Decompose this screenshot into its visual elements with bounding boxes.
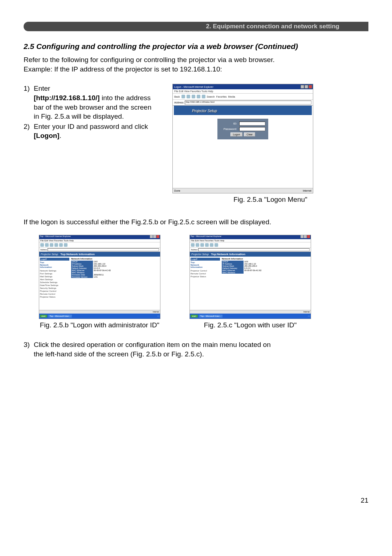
logoff-button[interactable]: Logoff bbox=[191, 258, 220, 261]
back-icon[interactable] bbox=[181, 95, 185, 98]
statusbar-b: Internet bbox=[39, 310, 160, 314]
step-2-line1: Enter your ID and password and click bbox=[34, 123, 148, 130]
step-1-lead: Enter bbox=[34, 85, 50, 92]
sidebar-item-mail-settings[interactable]: Mail Settings bbox=[40, 275, 69, 278]
figure-b-block: Top - Microsoft Internet Explorer File E… bbox=[39, 235, 160, 329]
steps-column: 1) Enter [http://192.168.1.10/] into the… bbox=[24, 84, 165, 214]
media-button[interactable]: Media bbox=[228, 95, 235, 98]
sidebar-top-info[interactable]: Top: Network Information bbox=[191, 261, 220, 269]
sidebar-top-info[interactable]: Top: Network Information bbox=[40, 261, 69, 269]
favorites-icon[interactable] bbox=[215, 243, 218, 247]
address-bar-b: Address bbox=[39, 248, 160, 252]
sidebar-item-datetime-settings[interactable]: Date/Time Settings bbox=[40, 284, 69, 286]
forward-icon[interactable] bbox=[45, 243, 49, 247]
step-1-num: 1) bbox=[24, 84, 34, 121]
refresh-icon[interactable] bbox=[200, 243, 204, 247]
logoff-button[interactable]: Logoff bbox=[40, 258, 69, 261]
banner-left-c: Projector Setup bbox=[191, 253, 209, 255]
favorites-button[interactable]: Favorites bbox=[216, 95, 227, 98]
clear-button[interactable]: Clear bbox=[244, 132, 255, 136]
toolbar-c bbox=[190, 242, 311, 248]
sidebar-item-schedule-settings[interactable]: Schedule Settings bbox=[40, 281, 69, 283]
forward-icon[interactable] bbox=[196, 243, 199, 247]
sidebar-item-projector-status[interactable]: Projector Status bbox=[40, 296, 69, 298]
password-input[interactable] bbox=[239, 127, 265, 131]
refresh-icon[interactable] bbox=[50, 243, 53, 247]
sidebar-item-alert-settings[interactable]: Alert Settings bbox=[40, 278, 69, 281]
home-icon[interactable] bbox=[205, 243, 209, 247]
close-icon[interactable] bbox=[156, 235, 159, 238]
table-row: MAC Wireless bbox=[222, 271, 310, 274]
close-icon[interactable] bbox=[309, 85, 312, 89]
chapter-bar: 2. Equipment connection and network sett… bbox=[24, 22, 368, 31]
maximize-icon[interactable] bbox=[153, 235, 156, 238]
back-button[interactable]: Back bbox=[174, 95, 180, 98]
menubar-c[interactable]: File Edit View Favorites Tools Help bbox=[190, 239, 311, 242]
banner-b: Projector Setup Top:Network Information bbox=[39, 252, 160, 257]
projector-banner: Projector Setup bbox=[174, 106, 312, 115]
search-icon[interactable] bbox=[59, 243, 63, 247]
sidebar-item-projector-control[interactable]: Projector Control bbox=[191, 270, 220, 272]
step-2-num: 2) bbox=[24, 122, 34, 140]
sidebar-item-remote-control[interactable]: Remote Control bbox=[40, 293, 69, 295]
address-input[interactable]: http://192.168.1.10/index.html bbox=[185, 101, 311, 105]
task-item[interactable]: Top - Microsoft Inter... bbox=[199, 315, 223, 318]
system-tray[interactable] bbox=[157, 316, 159, 316]
start-button[interactable]: start bbox=[40, 315, 47, 318]
step-1-line3: in Fig. 2.5.a will be displayed. bbox=[34, 113, 124, 120]
minimize-icon[interactable] bbox=[301, 235, 303, 238]
forward-icon[interactable] bbox=[187, 95, 190, 98]
favorites-icon[interactable] bbox=[64, 243, 68, 247]
sidebar-item-network-settings[interactable]: Network Settings bbox=[40, 270, 69, 272]
logon-button[interactable]: Logon bbox=[230, 132, 242, 136]
home-icon[interactable] bbox=[54, 243, 58, 247]
stop-icon[interactable] bbox=[192, 95, 195, 98]
menubar[interactable]: File Edit View Favorites Tools Help bbox=[173, 89, 313, 94]
status-left: Done bbox=[174, 189, 180, 192]
step-1-rest: into the address bbox=[100, 94, 151, 102]
step-3-line1: Click the desired operation or configura… bbox=[34, 341, 271, 348]
id-label: ID: bbox=[220, 122, 237, 125]
address-label-b: Address bbox=[40, 249, 47, 251]
maximize-icon[interactable] bbox=[304, 235, 307, 238]
search-button[interactable]: Search bbox=[207, 95, 215, 98]
taskbar-c: start Top - Microsoft Inter... bbox=[190, 314, 311, 319]
start-button[interactable]: start bbox=[191, 315, 198, 318]
maximize-icon[interactable] bbox=[305, 85, 308, 89]
address-input-c[interactable] bbox=[198, 248, 310, 251]
back-icon[interactable] bbox=[191, 243, 195, 247]
sidebar-item-port-settings[interactable]: Port Settings bbox=[40, 273, 69, 275]
logon-panel: ID: Password: Logon Clear bbox=[217, 119, 268, 139]
network-info-table-c: DHCPOFF IP Address192.168.1.10 Subnet Ma… bbox=[222, 261, 310, 274]
window-title-b: Top - Microsoft Internet Explorer bbox=[40, 235, 71, 239]
task-item[interactable]: Top - Microsoft Inter... bbox=[48, 315, 72, 318]
sidebar-item-security-settings[interactable]: Security Settings bbox=[40, 287, 69, 289]
ni-key: MAC Wireless bbox=[222, 271, 244, 274]
close-icon[interactable] bbox=[307, 235, 310, 238]
system-tray[interactable] bbox=[308, 316, 310, 316]
step-1-url: [http://192.168.1.10/] bbox=[34, 94, 100, 102]
banner-text: Projector Setup bbox=[192, 109, 217, 113]
sidebar-item-projector-status[interactable]: Projector Status bbox=[191, 275, 220, 278]
minimize-icon[interactable] bbox=[301, 85, 304, 89]
intro-line1: Refer to the following for configuring o… bbox=[24, 56, 275, 64]
back-icon[interactable] bbox=[40, 243, 44, 247]
network-info-table-b: DHCPOFF IP Address192.168.1.10 Subnet Ma… bbox=[71, 261, 159, 278]
toolbar: Back Search Favorites Media bbox=[173, 94, 313, 100]
sidebar-item-remote-control[interactable]: Remote Control bbox=[191, 273, 220, 275]
search-icon[interactable] bbox=[210, 243, 213, 247]
sidebar-item-projector-control[interactable]: Projector Control bbox=[40, 290, 69, 292]
password-label: Password: bbox=[220, 127, 237, 131]
menubar-b[interactable]: File Edit View Favorites Tools Help bbox=[39, 239, 160, 242]
statusbar: Done Internet bbox=[173, 188, 313, 193]
minimize-icon[interactable] bbox=[150, 235, 153, 238]
sidebar-b: Logoff Top: Network Information Network … bbox=[39, 257, 70, 310]
refresh-icon[interactable] bbox=[197, 95, 200, 98]
home-icon[interactable] bbox=[202, 95, 205, 98]
address-input-b[interactable] bbox=[48, 248, 159, 251]
ni-val bbox=[244, 271, 310, 274]
page-number: 21 bbox=[24, 496, 368, 504]
id-input[interactable] bbox=[239, 122, 265, 126]
status-right: Internet bbox=[303, 189, 311, 192]
step-2: 2) Enter your ID and password and click … bbox=[24, 122, 165, 140]
